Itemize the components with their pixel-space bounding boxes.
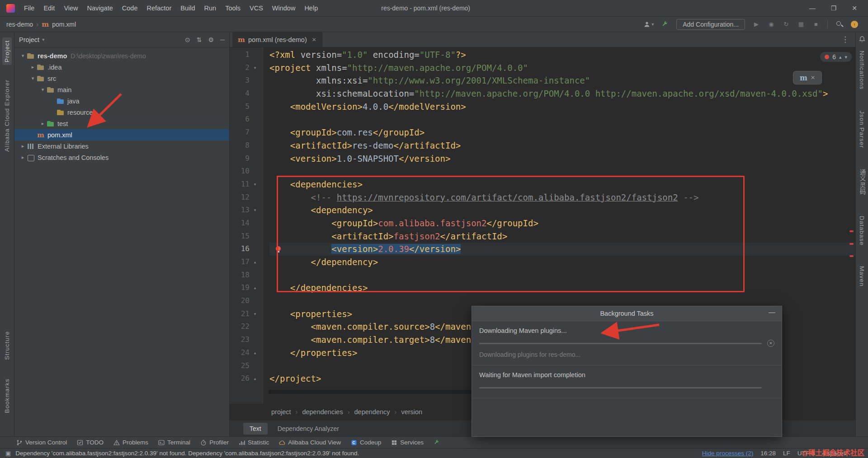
breadcrumb-res-demo[interactable]: res-demo [6, 21, 33, 28]
code-line-16[interactable]: <version>2.0.39</version> [269, 243, 855, 256]
toolwindow-button-alibaba-cloud-view[interactable]: Alibaba Cloud View [279, 439, 341, 446]
prev-error-icon[interactable]: ▴ [839, 54, 842, 60]
tree-item-res-demo[interactable]: ▾res-demoD:\desktop\zwan\res-demo [14, 50, 229, 61]
collapse-all-icon[interactable]: ⇅ [197, 36, 202, 43]
close-button[interactable]: ✕ [852, 5, 857, 12]
menu-refactor[interactable]: Refactor [142, 3, 176, 13]
toolwindow-button-terminal[interactable]: Terminal [158, 439, 190, 446]
tree-caret-icon[interactable]: ▾ [29, 75, 37, 81]
minimize-popup-icon[interactable]: — [769, 308, 775, 316]
ide-update-icon[interactable]: ↑ [851, 21, 858, 28]
tree-item-pom-xml[interactable]: mpom.xml [14, 129, 229, 140]
menu-help[interactable]: Help [300, 3, 322, 13]
coverage-icon[interactable]: ↻ [783, 20, 790, 28]
tool-stripe-json-parser[interactable]: Json Parser [857, 108, 867, 151]
menu-navigate[interactable]: Navigate [83, 3, 118, 13]
search-everywhere-icon[interactable] [835, 20, 843, 28]
toolwindow-button-wrench-icon[interactable] [434, 439, 440, 446]
tool-stripe-structure[interactable]: Structure [2, 328, 12, 363]
menu-window[interactable]: Window [268, 3, 300, 13]
code-line-18[interactable] [269, 269, 855, 282]
run-icon[interactable]: ▶ [753, 20, 760, 28]
code-line-12[interactable]: <!-- https://mvnrepository.com/artifact/… [269, 191, 855, 204]
tool-window-switcher-icon[interactable]: ▣ [5, 450, 11, 457]
toolwindow-button-profiler[interactable]: Profiler [200, 439, 229, 446]
minimize-button[interactable]: — [809, 5, 816, 12]
code-line-3[interactable]: xmlns:xsi="http://www.w3.org/2001/XMLSch… [269, 74, 855, 87]
code-line-7[interactable]: <groupId>com.res</groupId> [269, 126, 855, 139]
code-line-9[interactable]: <version>1.0-SNAPSHOT</version> [269, 152, 855, 165]
gutter-line-19[interactable]: 19▴ [230, 281, 263, 294]
inspections-widget[interactable]: 6 ▴ ▾ [820, 52, 852, 62]
code-line-6[interactable] [269, 113, 855, 126]
tree-caret-icon[interactable]: ▾ [19, 53, 27, 59]
tab-pom-xml[interactable]: m pom.xml (res-demo) ✕ [232, 32, 322, 47]
code-line-11[interactable]: <dependencies> [269, 178, 855, 191]
tool-stripe-database[interactable]: Database [857, 213, 867, 248]
tool-stripe-bookmarks[interactable]: Bookmarks [2, 376, 12, 416]
close-icon[interactable]: ✕ [811, 75, 815, 81]
tree-caret-icon[interactable]: ▾ [39, 87, 47, 93]
tree-caret-icon[interactable]: ▸ [19, 143, 27, 149]
toolwindow-button-todo[interactable]: TODO [77, 439, 104, 446]
menu-file[interactable]: File [19, 3, 39, 13]
stop-icon[interactable]: ■ [812, 20, 820, 28]
caret-position-widget[interactable]: 16:28 [760, 450, 776, 457]
maven-reload-popup[interactable]: m ✕ [793, 71, 822, 84]
toolwindow-button-version-control[interactable]: Version Control [16, 439, 67, 446]
code-line-19[interactable]: </dependencies> [269, 281, 855, 294]
gutter-line-26[interactable]: 26▴ [230, 372, 263, 385]
menu-tools[interactable]: Tools [221, 3, 245, 13]
menu-code[interactable]: Code [118, 3, 142, 13]
code-line-15[interactable]: <artifactId>fastjson2</artifactId> [269, 230, 855, 243]
tree-item-external-libraries[interactable]: ▸External Libraries [14, 140, 229, 152]
tool-stripe-notifications[interactable]: Notifications [857, 48, 867, 93]
gutter-line-21[interactable]: 21▾ [230, 308, 263, 321]
code-line-17[interactable]: </dependency> [269, 256, 855, 269]
error-stripe-mark[interactable] [849, 243, 854, 245]
cancel-task-icon[interactable]: ✕ [767, 340, 774, 347]
gutter-line-13[interactable]: 13▾ [230, 204, 263, 217]
editor-tab-dependency-analyzer[interactable]: Dependency Analyzer [271, 423, 345, 435]
horizontal-scrollbar[interactable] [269, 390, 472, 394]
toolwindow-button-statistic[interactable]: Statistic [239, 439, 269, 446]
tree-caret-icon[interactable]: ▸ [39, 121, 47, 126]
tree-item-java[interactable]: java [14, 95, 229, 107]
maven-icon[interactable]: m [800, 74, 807, 82]
user-profile-icon[interactable]: ▾ [643, 20, 654, 28]
xml-breadcrumb-dependency[interactable]: dependency [354, 408, 390, 416]
code-line-10[interactable] [269, 165, 855, 178]
tool-stripe-alibaba-cloud-explorer[interactable]: Alibaba Cloud Explorer [2, 77, 12, 154]
code-line-5[interactable]: <modelVersion>4.0.0</modelVersion> [269, 100, 855, 113]
add-configuration-button[interactable]: Add Configuration... [676, 19, 745, 30]
tree-item-resources[interactable]: resources [14, 107, 229, 118]
xml-breadcrumb-dependencies[interactable]: dependencies [302, 408, 343, 416]
menu-vcs[interactable]: VCS [245, 3, 268, 13]
error-stripe-mark[interactable] [849, 255, 854, 257]
tree-item-src[interactable]: ▾src [14, 73, 229, 84]
error-stripe-mark[interactable] [849, 230, 854, 232]
next-error-icon[interactable]: ▾ [844, 54, 847, 60]
tree-item-scratches-and-consoles[interactable]: ▸Scratches and Consoles [14, 152, 229, 163]
tree-caret-icon[interactable]: ▸ [19, 154, 27, 160]
tab-options-icon[interactable]: ⋮ [841, 35, 855, 44]
code-line-8[interactable]: <artifactId>res-demo</artifactId> [269, 139, 855, 152]
code-line-1[interactable]: <?xml version="1.0" encoding="UTF-8"?> [269, 48, 855, 61]
project-view-selector[interactable]: Project▾ [19, 36, 44, 43]
code-line-4[interactable]: xsi:schemaLocation="http://maven.apache.… [269, 87, 855, 100]
code-line-14[interactable]: <groupId>com.alibaba.fastjson2</groupId> [269, 217, 855, 230]
gutter-line-2[interactable]: 2▾ [230, 61, 263, 75]
hide-panel-icon[interactable]: ─ [220, 36, 225, 43]
menu-edit[interactable]: Edit [39, 3, 59, 13]
editor-tab-text[interactable]: Text [243, 423, 268, 435]
notifications-bell-icon[interactable] [859, 36, 866, 44]
xml-breadcrumb-project[interactable]: project [271, 408, 291, 416]
gutter-line-11[interactable]: 11▾ [230, 178, 263, 191]
tree-item-test[interactable]: ▸test [14, 118, 229, 129]
toolwindow-button-problems[interactable]: Problems [113, 439, 148, 446]
maximize-button[interactable]: ❐ [831, 5, 837, 12]
hide-processes-link[interactable]: Hide processes (2) [702, 450, 753, 457]
tool-stripe-通义灵码[interactable]: 通义灵码 [856, 166, 868, 198]
breadcrumb-pom-xml[interactable]: pom.xml [52, 21, 76, 28]
xml-breadcrumb-version[interactable]: version [401, 408, 422, 416]
